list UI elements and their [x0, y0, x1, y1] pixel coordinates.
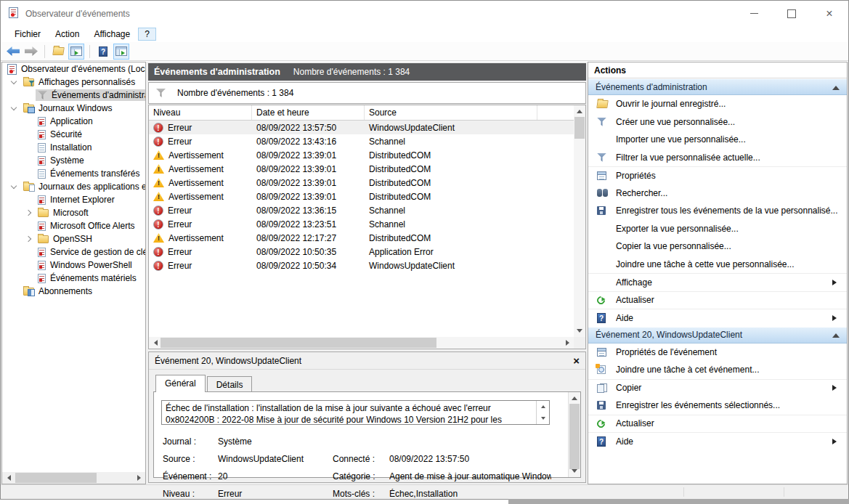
action-item[interactable]: Filtrer la vue personnalisée actuelle...	[588, 149, 847, 167]
tree-item[interactable]: Événements transférés	[2, 167, 145, 180]
tree-item[interactable]: Abonnements	[2, 285, 145, 298]
event-row[interactable]: Avertissement08/09/2022 13:39:01Distribu…	[149, 190, 574, 203]
scroll-down-icon[interactable]	[569, 468, 580, 476]
event-row[interactable]: Erreur08/09/2022 10:50:35Application Err…	[149, 245, 574, 259]
toolbar-button-console-tree-icon[interactable]	[68, 44, 84, 60]
actions-section-header[interactable]: Événement 20, WindowsUpdateClient	[588, 327, 847, 344]
action-item[interactable]: Copier la vue personnalisée...	[588, 237, 847, 256]
toolbar-button-action-pane-icon[interactable]	[113, 44, 129, 60]
scroll-left-icon[interactable]	[149, 337, 161, 349]
event-row[interactable]: Avertissement08/09/2022 13:39:01Distribu…	[149, 176, 574, 190]
minimize-button[interactable]	[735, 1, 773, 26]
column-header-date-et-heure[interactable]: Date et heure	[252, 105, 365, 120]
event-row[interactable]: Erreur08/09/2022 10:50:34WindowsUpdateCl…	[149, 259, 574, 272]
tree-item[interactable]: Journaux Windows	[2, 102, 145, 115]
toolbar-button-open-saved-log-icon[interactable]	[50, 44, 66, 60]
tree-item[interactable]: Installation	[2, 141, 145, 154]
action-item[interactable]: Aide	[588, 309, 847, 327]
toolbar-button-help-icon[interactable]	[95, 44, 111, 60]
tree-item[interactable]: Événements d'administration	[2, 89, 145, 102]
event-message[interactable]: Échec de l'installation : l'installation…	[161, 400, 550, 425]
column-header-source[interactable]: Source	[365, 105, 537, 120]
scroll-up-icon[interactable]	[541, 403, 545, 408]
action-item[interactable]: Enregistrer les événements sélectionnés.…	[588, 397, 847, 415]
tab-gnral[interactable]: Général	[155, 375, 206, 392]
tree-item[interactable]: Service de gestion de clés	[2, 245, 145, 259]
action-item-label: Exporter la vue personnalisée...	[616, 224, 840, 234]
tab-dtails[interactable]: Détails	[207, 376, 253, 391]
scroll-down-icon[interactable]	[574, 326, 585, 337]
collapse-icon[interactable]	[832, 330, 840, 338]
event-row[interactable]: Avertissement08/09/2022 12:17:27Distribu…	[149, 231, 574, 245]
scroll-right-icon[interactable]	[562, 337, 574, 349]
action-item-label: Aide	[616, 436, 832, 447]
event-row[interactable]: Erreur08/09/2022 13:43:16Schannel	[149, 134, 574, 148]
column-header-niveau[interactable]: Niveau	[149, 105, 252, 120]
close-button[interactable]: ×	[811, 1, 848, 26]
action-item[interactable]: Actualiser	[588, 415, 847, 433]
chevron-right-icon[interactable]	[21, 237, 36, 241]
scroll-up-icon[interactable]	[574, 105, 585, 116]
action-item[interactable]: Aide	[588, 432, 847, 450]
action-item[interactable]: Affichage	[588, 273, 847, 291]
tree-item[interactable]: Observateur d'événements (Local)	[2, 62, 145, 76]
actions-section-header[interactable]: Événements d'administration	[588, 78, 847, 95]
tree-item[interactable]: Application	[2, 115, 145, 128]
action-item[interactable]: Propriétés	[588, 166, 847, 184]
action-item[interactable]: Actualiser	[588, 291, 847, 309]
message-scroll-control[interactable]	[536, 401, 549, 424]
scroll-down-icon[interactable]	[541, 417, 545, 422]
close-detail-icon[interactable]: ×	[573, 354, 580, 367]
tree-item[interactable]: Sécurité	[2, 128, 145, 141]
chevron-right-icon[interactable]	[21, 211, 36, 215]
tree-item[interactable]: Internet Explorer	[2, 193, 145, 206]
event-row[interactable]: Avertissement08/09/2022 13:39:01Distribu…	[149, 162, 574, 176]
event-row[interactable]: Avertissement08/09/2022 13:39:01Distribu…	[149, 148, 574, 162]
collapse-icon[interactable]	[832, 82, 840, 90]
scroll-up-icon[interactable]	[569, 394, 580, 402]
menu-item-action[interactable]: Action	[49, 28, 86, 41]
events-horizontal-scrollbar[interactable]	[149, 337, 574, 349]
tree-item-label: Application	[50, 116, 93, 126]
menu-item-fichier[interactable]: Fichier	[8, 28, 47, 41]
menu-item-affichage[interactable]: Affichage	[87, 28, 137, 41]
action-item[interactable]: Enregistrer tous les événements de la vu…	[588, 202, 847, 220]
action-item[interactable]: Exporter la vue personnalisée...	[588, 220, 847, 238]
action-item[interactable]: Propriétés de l'événement	[588, 344, 847, 362]
tree-item[interactable]: Affichages personnalisés	[2, 76, 145, 89]
toolbar-button-back-arrow-icon[interactable]	[5, 44, 21, 60]
event-row[interactable]: Erreur08/09/2022 13:57:50WindowsUpdateCl…	[149, 121, 574, 134]
chevron-down-icon[interactable]	[7, 107, 21, 110]
scrollbar-thumb[interactable]	[15, 473, 97, 483]
action-item[interactable]: Ouvrir le journal enregistré...	[588, 95, 847, 113]
menu-item-?[interactable]: ?	[138, 28, 156, 41]
event-row[interactable]: Erreur08/09/2022 13:23:51Schannel	[149, 217, 574, 231]
scroll-left-icon[interactable]	[2, 472, 14, 484]
events-vertical-scrollbar[interactable]	[574, 105, 585, 337]
tree-item[interactable]: Microsoft Office Alerts	[2, 219, 145, 232]
action-item[interactable]: Joindre une tâche à cet événement...	[588, 361, 847, 379]
action-item[interactable]: Rechercher...	[588, 184, 847, 203]
action-item[interactable]: Importer une vue personnalisée...	[588, 131, 847, 149]
scroll-right-icon[interactable]	[134, 472, 145, 484]
tree-item[interactable]: OpenSSH	[2, 232, 145, 245]
scrollbar-thumb[interactable]	[574, 117, 585, 139]
action-item[interactable]: Créer une vue personnalisée...	[588, 113, 847, 131]
detail-vertical-scrollbar[interactable]	[568, 392, 580, 477]
toolbar-button-forward-arrow-icon[interactable]	[23, 44, 39, 60]
scrollbar-thumb[interactable]	[569, 404, 580, 469]
tree-horizontal-scrollbar[interactable]	[2, 472, 145, 484]
chevron-down-icon[interactable]	[7, 81, 21, 84]
folder-filter-icon	[23, 78, 34, 86]
tree-item[interactable]: Microsoft	[2, 206, 145, 219]
tree-item[interactable]: Journaux des applications et	[2, 180, 145, 193]
tree-item[interactable]: Système	[2, 154, 145, 167]
action-item[interactable]: Joindre une tâche à cette vue personnali…	[588, 256, 847, 274]
tree-item[interactable]: Windows PowerShell	[2, 259, 145, 272]
chevron-down-icon[interactable]	[7, 186, 21, 188]
action-item[interactable]: Copier	[588, 379, 847, 397]
maximize-button[interactable]	[773, 1, 811, 26]
tree-item[interactable]: Événements matériels	[2, 272, 145, 285]
scrollbar-thumb[interactable]	[161, 338, 436, 348]
event-row[interactable]: Erreur08/09/2022 13:36:15Schannel	[149, 203, 574, 217]
